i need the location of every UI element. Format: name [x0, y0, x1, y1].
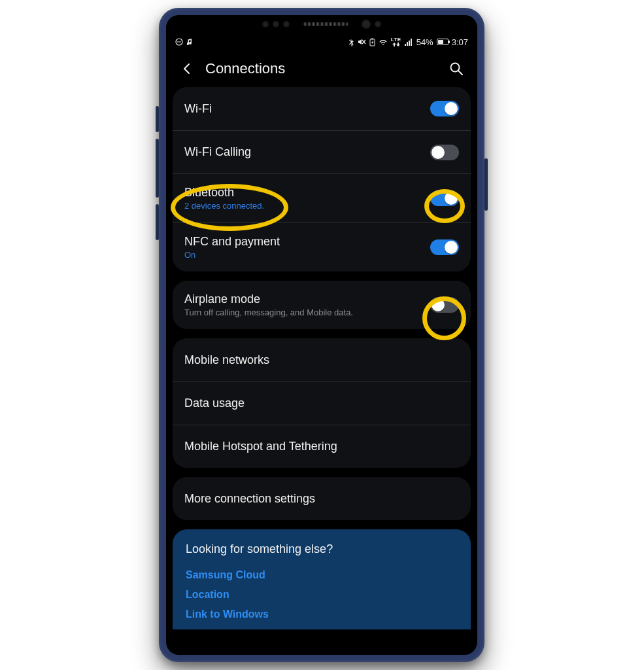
settings-group: Mobile networksData usageMobile Hotspot … [173, 338, 471, 468]
settings-group: Airplane modeTurn off calling, messaging… [173, 281, 471, 329]
setting-nfc-and-payment[interactable]: NFC and paymentOn [173, 222, 471, 272]
clock: 3:07 [452, 37, 468, 47]
setting-more-connection-settings[interactable]: More connection settings [173, 477, 471, 520]
suggestions-title: Looking for something else? [186, 542, 458, 556]
search-button[interactable] [445, 57, 468, 80]
toggle-wi-fi-calling[interactable] [430, 145, 459, 160]
svg-line-7 [458, 71, 462, 75]
battery-saver-icon [369, 38, 375, 46]
status-bar: LTE 54% 3:07 [166, 33, 477, 50]
setting-mobile-hotspot-and-tethering[interactable]: Mobile Hotspot and Tethering [173, 425, 471, 468]
suggestion-link-samsung-cloud[interactable]: Samsung Cloud [186, 565, 458, 585]
wifi-icon [379, 39, 388, 46]
row-subtext: On [184, 250, 430, 260]
settings-group: More connection settings [173, 477, 471, 520]
side-button [156, 106, 159, 132]
row-label: NFC and payment [184, 235, 430, 249]
suggestion-link-location[interactable]: Location [186, 585, 458, 605]
content[interactable]: Wi-FiWi-Fi CallingBluetooth2 devices con… [166, 87, 477, 655]
svg-rect-5 [371, 38, 373, 39]
row-label: Mobile Hotspot and Tethering [184, 440, 459, 453]
phone-frame: LTE 54% 3:07 Connections Wi-FiWi-Fi [159, 8, 484, 662]
row-text: Wi-Fi [184, 102, 430, 116]
row-text: More connection settings [184, 492, 459, 506]
suggestion-link-link-to-windows[interactable]: Link to Windows [186, 605, 458, 624]
row-subtext: 2 devices connected. [184, 201, 430, 211]
side-button [156, 139, 159, 198]
toggle-wi-fi[interactable] [430, 101, 459, 116]
row-text: NFC and paymentOn [184, 235, 430, 260]
row-label: Data usage [184, 397, 459, 410]
row-text: Mobile networks [184, 353, 459, 367]
toggle-nfc-and-payment[interactable] [430, 239, 459, 255]
battery-icon [437, 39, 449, 45]
music-note-icon [187, 38, 194, 46]
setting-data-usage[interactable]: Data usage [173, 381, 471, 425]
row-label: Airplane mode [184, 292, 430, 306]
settings-group: Wi-FiWi-Fi CallingBluetooth2 devices con… [173, 87, 471, 272]
suggestions-card: Looking for something else?Samsung Cloud… [173, 529, 471, 629]
row-text: Wi-Fi Calling [184, 145, 430, 159]
lte-indicator: LTE [391, 37, 401, 46]
setting-bluetooth[interactable]: Bluetooth2 devices connected. [173, 173, 471, 222]
setting-wi-fi[interactable]: Wi-Fi [173, 87, 471, 130]
row-text: Airplane modeTurn off calling, messaging… [184, 292, 430, 317]
hardware-top [166, 15, 477, 33]
side-button [484, 158, 488, 211]
setting-airplane-mode[interactable]: Airplane modeTurn off calling, messaging… [173, 281, 471, 329]
setting-mobile-networks[interactable]: Mobile networks [173, 338, 471, 381]
toggle-bluetooth[interactable] [430, 190, 459, 206]
row-label: Wi-Fi [184, 102, 430, 116]
toggle-airplane-mode[interactable] [430, 297, 459, 313]
screen: LTE 54% 3:07 Connections Wi-FiWi-Fi [166, 15, 477, 655]
back-button[interactable] [175, 57, 199, 80]
row-label: Wi-Fi Calling [184, 145, 430, 159]
row-text: Bluetooth2 devices connected. [184, 186, 430, 211]
row-label: Bluetooth [184, 186, 430, 200]
header: Connections [166, 50, 477, 87]
row-label: Mobile networks [184, 353, 459, 367]
row-text: Mobile Hotspot and Tethering [184, 440, 459, 453]
dnd-icon [175, 38, 183, 46]
speaker-grill [303, 22, 348, 26]
row-label: More connection settings [184, 492, 459, 506]
row-text: Data usage [184, 397, 459, 410]
mute-icon [358, 38, 366, 46]
signal-icon [405, 39, 413, 46]
page-title: Connections [205, 60, 438, 77]
setting-wi-fi-calling[interactable]: Wi-Fi Calling [173, 130, 471, 173]
row-subtext: Turn off calling, messaging, and Mobile … [184, 308, 430, 317]
bluetooth-icon [348, 38, 354, 46]
side-button [156, 204, 159, 240]
battery-percent: 54% [416, 37, 433, 47]
